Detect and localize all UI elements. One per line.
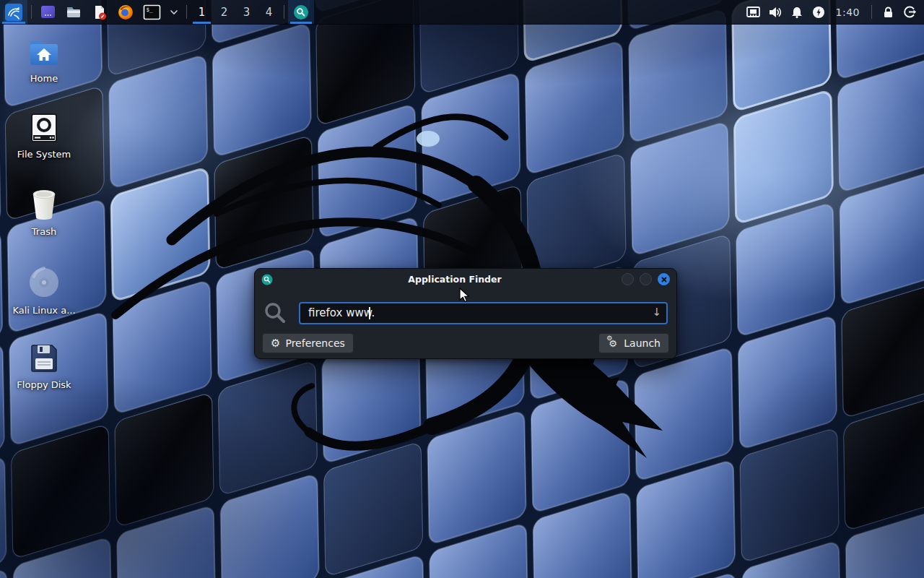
speaker-icon: [768, 6, 783, 19]
workspace-label: 2: [221, 6, 228, 19]
desktop-icon-label: Kali Linux a...: [12, 305, 75, 316]
file-manager-button[interactable]: [61, 0, 87, 24]
notifications-button[interactable]: [788, 4, 806, 21]
kali-menu-icon: [4, 3, 23, 22]
trash-icon: [28, 188, 60, 221]
gear-icon: ⚙: [271, 338, 280, 349]
desktop-icon-label: File System: [17, 149, 71, 160]
window-controls: [622, 273, 670, 285]
launch-button[interactable]: ⚙ ⚙ Launch: [598, 333, 669, 353]
desktop-icon-label: Home: [30, 73, 58, 84]
terminal-icon: $_: [143, 4, 161, 20]
launcher-app-button[interactable]: [35, 0, 61, 24]
terminal-dropdown-button[interactable]: [165, 0, 183, 24]
network-status-button[interactable]: [745, 4, 762, 21]
app-finder-icon: [292, 4, 310, 21]
floppy-disk-icon: [28, 342, 60, 374]
workspace-label: 3: [243, 6, 250, 19]
search-input-wrap: ↓: [299, 302, 668, 324]
svg-text:$_: $_: [147, 7, 154, 13]
maximize-button[interactable]: [640, 273, 652, 285]
application-finder-window: Application Finder ↓ ⚙ Preferences ⚙ ⚙: [254, 268, 677, 359]
workspace-label: 1: [199, 6, 206, 19]
preferences-button-label: Preferences: [285, 337, 344, 349]
firefox-button[interactable]: [113, 0, 139, 24]
hard-drive-icon: [28, 112, 60, 144]
logout-icon: [903, 5, 917, 19]
optical-disc-icon: [27, 265, 61, 300]
text-editor-button[interactable]: [87, 0, 113, 24]
finder-footer: ⚙ Preferences ⚙ ⚙ Launch: [255, 333, 676, 353]
power-plugged-icon: [812, 6, 825, 19]
firefox-icon: [117, 4, 134, 21]
desktop-icon-home[interactable]: Home: [6, 39, 82, 84]
desktop-icon-file-system[interactable]: File System: [6, 112, 82, 160]
workspace-button-3[interactable]: 3: [235, 0, 258, 24]
dragon-highlight: [417, 131, 440, 147]
workspace-button-4[interactable]: 4: [258, 0, 280, 24]
clock[interactable]: 1:40: [832, 7, 864, 18]
panel-separator: [284, 5, 284, 19]
text-cursor: [369, 307, 370, 319]
close-button[interactable]: [658, 273, 670, 285]
network-ethernet-icon: [746, 6, 761, 19]
launch-button-label: Launch: [624, 337, 661, 349]
home-folder-icon: [27, 39, 61, 68]
bell-icon: [790, 6, 803, 19]
power-manager-button[interactable]: [810, 4, 827, 21]
taskbar-application-finder[interactable]: [288, 0, 314, 24]
lock-icon: [882, 6, 894, 19]
preferences-button[interactable]: ⚙ Preferences: [262, 333, 354, 353]
chevron-down-icon: [170, 9, 178, 15]
desktop-icon-floppy[interactable]: Floppy Disk: [6, 342, 82, 390]
mouse-cursor: [459, 288, 471, 303]
launch-gears-icon: ⚙ ⚙: [607, 337, 619, 349]
window-title: Application Finder: [298, 274, 611, 285]
desktop-icon-label: Floppy Disk: [17, 379, 71, 390]
minimize-button[interactable]: [622, 273, 634, 285]
panel-separator: [186, 5, 187, 19]
system-tray: 1:40: [745, 0, 924, 24]
logout-button[interactable]: [901, 4, 918, 21]
search-input[interactable]: [299, 302, 668, 324]
folder-icon: [65, 4, 82, 21]
workspace-label: 4: [266, 6, 273, 19]
lock-screen-button[interactable]: [879, 4, 897, 21]
workspace-button-2[interactable]: 2: [213, 0, 235, 24]
desktop-icon-kali-cdrom[interactable]: Kali Linux a...: [6, 265, 82, 316]
app-window-icon: [40, 4, 56, 20]
history-dropdown-icon[interactable]: ↓: [652, 306, 661, 319]
workspace-button-1[interactable]: 1: [191, 0, 213, 24]
applications-menu-button[interactable]: [0, 0, 27, 24]
desktop-icon-trash[interactable]: Trash: [6, 188, 82, 237]
volume-button[interactable]: [767, 4, 784, 21]
panel-separator: [871, 5, 872, 19]
desktop-icon-label: Trash: [32, 226, 56, 237]
top-panel: $_ 1 2 3 4: [0, 0, 924, 25]
window-app-finder-icon: [261, 274, 273, 285]
panel-separator: [31, 5, 32, 19]
search-icon: [263, 301, 288, 324]
titlebar[interactable]: Application Finder: [255, 269, 676, 290]
document-edit-icon: [91, 4, 108, 21]
terminal-button[interactable]: $_: [139, 0, 165, 24]
